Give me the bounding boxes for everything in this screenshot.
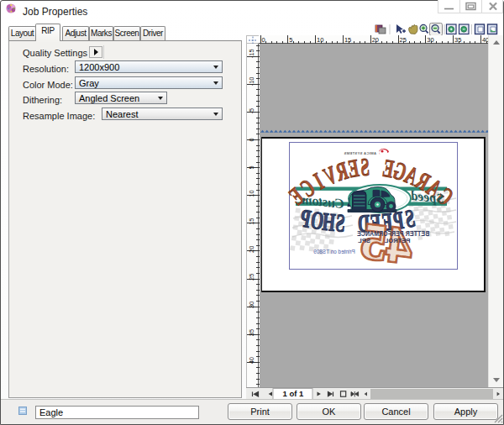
svg-text:25: 25 (248, 274, 255, 281)
svg-text:1 of 1: 1 of 1 (283, 389, 305, 398)
svg-text:SPL: SPL (358, 237, 370, 244)
svg-text:PETROL: PETROL (384, 237, 410, 244)
svg-text:-5: -5 (248, 108, 255, 114)
svg-text:20: 20 (248, 246, 255, 253)
svg-text:5: 5 (289, 36, 292, 44)
svg-text:25: 25 (400, 36, 407, 44)
svg-text:-10: -10 (248, 76, 255, 86)
svg-text:20: 20 (372, 36, 379, 44)
svg-text:-15: -15 (248, 49, 255, 58)
svg-text:30: 30 (427, 36, 433, 44)
svg-text:35: 35 (454, 36, 461, 44)
svg-text:0: 0 (248, 138, 255, 141)
svg-text:10: 10 (248, 190, 255, 197)
svg-text:40: 40 (482, 36, 488, 44)
svg-text:Printed on TS809: Printed on TS809 (313, 249, 355, 254)
svg-text:40: 40 (248, 357, 255, 364)
svg-text:35: 35 (248, 329, 255, 336)
svg-text:5: 5 (248, 165, 255, 169)
svg-text:15: 15 (344, 36, 351, 44)
svg-text:10: 10 (317, 36, 323, 44)
svg-text:S: S (360, 153, 370, 181)
svg-text:15: 15 (248, 218, 255, 224)
svg-text:30: 30 (248, 302, 255, 308)
svg-text:0: 0 (262, 36, 265, 44)
